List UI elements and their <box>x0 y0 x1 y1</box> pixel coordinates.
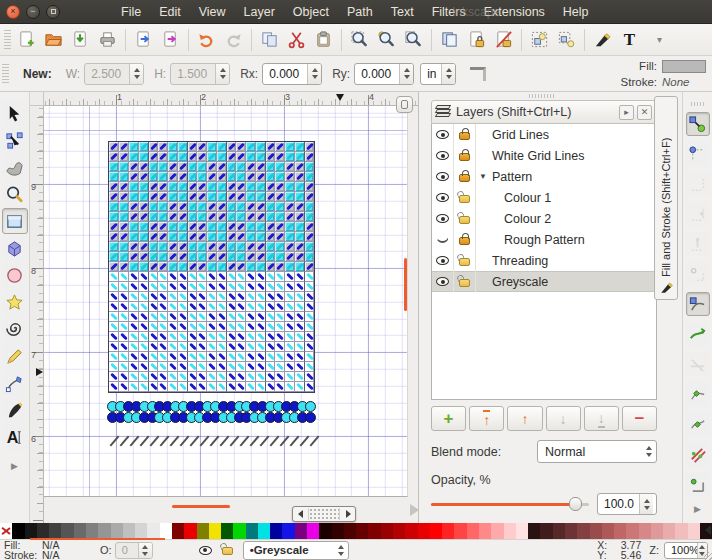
stitch-cell[interactable] <box>109 272 119 282</box>
stitch-cell[interactable] <box>129 172 139 182</box>
stitch-cell[interactable] <box>236 382 246 392</box>
stitch-cell[interactable] <box>275 172 285 182</box>
rx-field[interactable]: 0.000 <box>262 63 322 85</box>
stitch-cell[interactable] <box>246 282 256 292</box>
stitch-cell[interactable] <box>275 322 285 332</box>
opacity-status-field[interactable]: 0 <box>115 542 153 559</box>
palette-swatch[interactable] <box>98 523 110 539</box>
stitch-cell[interactable] <box>129 252 139 262</box>
stitch-cell[interactable] <box>304 322 314 332</box>
stitch-cell[interactable] <box>119 162 129 172</box>
stitch-cell[interactable] <box>285 152 295 162</box>
stitch-cell[interactable] <box>187 172 197 182</box>
menu-path[interactable]: Path <box>338 0 382 24</box>
stitch-cell[interactable] <box>304 302 314 312</box>
stitch-cell[interactable] <box>148 232 158 242</box>
stitch-cell[interactable] <box>168 292 178 302</box>
stitch-cell[interactable] <box>119 202 129 212</box>
stitch-cell[interactable] <box>148 192 158 202</box>
stitch-cell[interactable] <box>207 342 217 352</box>
palette-swatch[interactable] <box>675 523 687 539</box>
stitch-cell[interactable] <box>148 142 158 152</box>
stitch-cell[interactable] <box>158 322 168 332</box>
canvas[interactable] <box>44 106 418 523</box>
stitch-cell[interactable] <box>265 342 275 352</box>
panel-undock-button[interactable]: ▸ <box>619 105 634 120</box>
layers-panel-header[interactable]: Layers (Shift+Ctrl+L) ▸ ✕ <box>431 100 657 124</box>
palette-swatch[interactable] <box>295 523 307 539</box>
stitch-cell[interactable] <box>285 312 295 322</box>
scroll-right-arrow[interactable] <box>341 510 355 518</box>
stitch-cell[interactable] <box>197 142 207 152</box>
stitch-cell[interactable] <box>129 242 139 252</box>
toolbar-grip[interactable] <box>691 102 705 106</box>
bezier-tool-button[interactable] <box>2 370 28 396</box>
stitch-cell[interactable] <box>304 292 314 302</box>
palette-swatch[interactable] <box>307 523 319 539</box>
stitch-cell[interactable] <box>236 292 246 302</box>
palette-swatch[interactable] <box>663 523 675 539</box>
stitch-cell[interactable] <box>265 262 275 272</box>
minimize-button[interactable]: − <box>26 5 40 19</box>
toolbar-grip[interactable] <box>2 64 9 84</box>
palette-swatch[interactable] <box>479 523 491 539</box>
stitch-cell[interactable] <box>158 352 168 362</box>
palette-swatch[interactable] <box>491 523 503 539</box>
stitch-cell[interactable] <box>285 302 295 312</box>
stitch-cell[interactable] <box>109 182 119 192</box>
stitch-cell[interactable] <box>207 292 217 302</box>
layer-visibility-cell[interactable] <box>432 250 454 271</box>
stitch-cell[interactable] <box>168 262 178 272</box>
calligraphy-tool-button[interactable] <box>2 397 28 423</box>
scroll-stepper-button[interactable] <box>396 96 413 113</box>
stitch-cell[interactable] <box>207 352 217 362</box>
stitch-cell[interactable] <box>168 302 178 312</box>
palette-swatch[interactable] <box>504 523 516 539</box>
stitch-cell[interactable] <box>275 332 285 342</box>
stitch-cell[interactable] <box>285 272 295 282</box>
fill-swatch[interactable] <box>662 60 706 73</box>
stitch-cell[interactable] <box>158 372 168 382</box>
stitch-cell[interactable] <box>265 282 275 292</box>
stitch-cell[interactable] <box>207 372 217 382</box>
layer-visibility-cell[interactable] <box>432 166 454 187</box>
stitch-cell[interactable] <box>275 272 285 282</box>
stitch-cell[interactable] <box>275 262 285 272</box>
stitch-cell[interactable] <box>187 232 197 242</box>
stitch-cell[interactable] <box>275 252 285 262</box>
zoom-tool-button[interactable] <box>2 181 28 207</box>
stitch-cell[interactable] <box>187 242 197 252</box>
palette-swatch[interactable] <box>418 523 430 539</box>
layer-visibility-toggle[interactable] <box>199 546 212 555</box>
stitch-cell[interactable] <box>158 232 168 242</box>
stitch-cell[interactable] <box>226 192 236 202</box>
stitch-cell[interactable] <box>275 242 285 252</box>
stitch-cell[interactable] <box>304 252 314 262</box>
layer-row-threading[interactable]: Threading <box>432 250 656 271</box>
current-layer-dropdown[interactable]: •Greyscale <box>243 541 349 560</box>
layer-expander[interactable]: ▼ <box>476 172 490 181</box>
stitch-cell[interactable] <box>236 302 246 312</box>
layer-visibility-cell[interactable] <box>432 271 454 292</box>
stitch-cell[interactable] <box>275 142 285 152</box>
stitch-cell[interactable] <box>304 282 314 292</box>
stitch-cell[interactable] <box>285 212 295 222</box>
stitch-cell[interactable] <box>168 352 178 362</box>
palette-swatch[interactable] <box>405 523 417 539</box>
stitch-cell[interactable] <box>119 312 129 322</box>
stitch-cell[interactable] <box>226 152 236 162</box>
palette-swatch[interactable] <box>86 523 98 539</box>
lower-layer-button[interactable]: ↓ <box>546 406 581 431</box>
stitch-cell[interactable] <box>275 282 285 292</box>
stitch-cell[interactable] <box>187 382 197 392</box>
stitch-cell[interactable] <box>197 202 207 212</box>
palette-swatch[interactable] <box>614 523 626 539</box>
stitch-cell[interactable] <box>109 352 119 362</box>
export-png-button[interactable] <box>157 26 184 53</box>
pencil-tool-button[interactable] <box>2 343 28 369</box>
dock-grip[interactable] <box>529 94 555 98</box>
palette-swatch[interactable] <box>602 523 614 539</box>
stitch-cell[interactable] <box>304 242 314 252</box>
opacity-field[interactable]: 100.0 <box>597 493 657 515</box>
stitch-cell[interactable] <box>148 322 158 332</box>
